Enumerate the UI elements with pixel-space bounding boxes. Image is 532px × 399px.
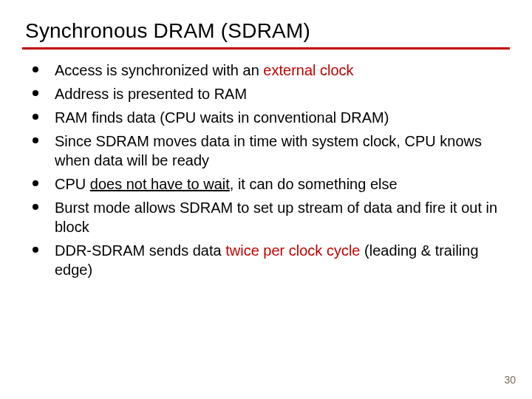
list-item: CPU does not have to wait, it can do som… <box>33 174 505 194</box>
bullet-text: Address is presented to RAM <box>55 84 505 103</box>
text-pre: CPU <box>55 176 90 192</box>
bullet-icon <box>33 66 38 72</box>
text-pre: Address is presented to RAM <box>55 86 247 102</box>
list-item: RAM finds data (CPU waits in conventiona… <box>33 108 505 127</box>
text-highlight: external clock <box>263 62 353 78</box>
text-highlight: twice per clock cycle <box>225 242 360 259</box>
bullet-text: Burst mode allows SDRAM to set up stream… <box>55 198 505 236</box>
slide-title: Synchronous DRAM (SDRAM) <box>25 19 310 43</box>
bullet-icon <box>33 204 38 210</box>
text-post: , it can do something else <box>230 176 398 192</box>
slide: Synchronous DRAM (SDRAM) Access is synch… <box>0 0 532 399</box>
text-pre: Since SDRAM moves data in time with syst… <box>55 133 482 168</box>
list-item: Address is presented to RAM <box>33 84 505 103</box>
text-pre: Access is synchronized with an <box>55 62 263 78</box>
bullet-text: Access is synchronized with an external … <box>55 61 505 80</box>
bullet-icon <box>33 114 38 120</box>
list-item: Burst mode allows SDRAM to set up stream… <box>33 198 505 236</box>
page-number: 30 <box>504 374 516 386</box>
text-pre: RAM finds data (CPU waits in conventiona… <box>55 109 389 126</box>
bullet-icon <box>33 247 38 253</box>
title-underline <box>22 47 510 50</box>
text-pre: Burst mode allows SDRAM to set up stream… <box>55 200 497 235</box>
bullet-icon <box>33 180 38 186</box>
bullet-text: Since SDRAM moves data in time with syst… <box>55 132 505 170</box>
bullet-text: RAM finds data (CPU waits in conventiona… <box>55 108 505 127</box>
bullet-icon <box>33 137 38 143</box>
bullet-icon <box>33 90 38 96</box>
text-underline: does not have to wait <box>90 176 230 192</box>
bullet-list: Access is synchronized with an external … <box>33 61 505 284</box>
list-item: DDR-SDRAM sends data twice per clock cyc… <box>33 241 505 279</box>
list-item: Since SDRAM moves data in time with syst… <box>33 132 505 170</box>
list-item: Access is synchronized with an external … <box>33 61 505 80</box>
bullet-text: DDR-SDRAM sends data twice per clock cyc… <box>55 241 505 279</box>
text-pre: DDR-SDRAM sends data <box>55 242 225 259</box>
bullet-text: CPU does not have to wait, it can do som… <box>55 174 505 194</box>
